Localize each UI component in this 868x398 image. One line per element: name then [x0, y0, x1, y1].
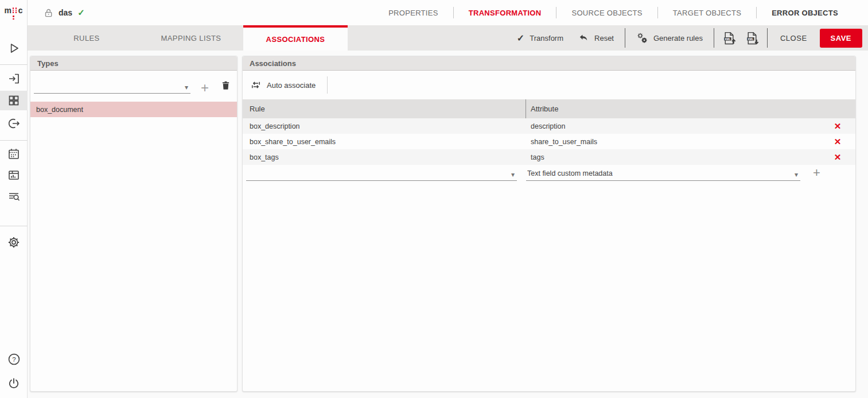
toolbar-divider [714, 28, 714, 48]
chevron-down-icon: ▾ [511, 171, 515, 179]
document-title: das [59, 8, 72, 17]
types-panel: Types ▾ + box_document [30, 56, 238, 392]
association-row[interactable]: box_description description ✕ [243, 118, 855, 134]
sidebar-divider [0, 64, 28, 65]
save-button[interactable]: SAVE [820, 29, 862, 48]
dashboard-report-icon[interactable] [0, 168, 28, 182]
delete-association-button[interactable]: ✕ [834, 153, 842, 161]
run-icon[interactable] [0, 41, 28, 56]
new-rule-select[interactable]: ▾ [246, 166, 517, 181]
main-nav: PROPERTIES TRANSFORMATION SOURCE OBJECTS… [373, 7, 868, 18]
nav-properties[interactable]: PROPERTIES [373, 9, 453, 17]
scheduler-calendar-icon[interactable] [0, 147, 28, 161]
tab-toolbar-row: RULES MAPPING LISTS ASSOCIATIONS ✓ Trans… [28, 25, 868, 51]
generate-rules-label: Generate rules [653, 34, 703, 42]
undo-arrow-icon [578, 33, 589, 44]
new-attribute-select-value: Text field custom metadata [527, 169, 613, 177]
close-button[interactable]: CLOSE [771, 34, 816, 42]
column-header-rule[interactable]: Rule [243, 99, 526, 118]
toolbar-divider [625, 28, 625, 48]
attribute-cell: tags [526, 153, 820, 161]
document-title-group: das ✓ [28, 7, 85, 18]
logo-dots-icon [13, 7, 17, 13]
delete-association-button[interactable]: ✕ [834, 122, 842, 130]
toolbar-divider [767, 28, 768, 48]
nav-target-objects[interactable]: TARGET OBJECTS [658, 9, 756, 17]
association-row[interactable]: box_tags tags ✕ [243, 149, 855, 165]
association-row[interactable]: box_share_to_user_emails share_to_user_m… [243, 134, 855, 149]
sidebar: m c ? [0, 0, 28, 398]
valid-check-icon: ✓ [77, 7, 85, 18]
svg-text:XML: XML [725, 37, 730, 40]
type-select[interactable]: ▾ [34, 79, 190, 94]
associations-table-header: Rule Attribute [243, 99, 855, 118]
delete-association-button[interactable]: ✕ [834, 137, 842, 146]
rule-cell: box_share_to_user_emails [243, 134, 526, 149]
search-list-icon[interactable] [0, 190, 28, 203]
sidebar-divider [0, 226, 28, 226]
attribute-cell: share_to_user_mails [526, 138, 820, 146]
export-xml-button[interactable]: XML [741, 25, 764, 51]
help-icon[interactable]: ? [0, 352, 28, 366]
unlocked-icon [44, 8, 53, 18]
topbar: das ✓ PROPERTIES TRANSFORMATION SOURCE O… [28, 0, 868, 25]
chevron-down-icon: ▾ [185, 83, 188, 91]
type-list-item[interactable]: box_document [30, 102, 237, 117]
dashboard-grid-icon[interactable] [0, 94, 28, 107]
power-logout-icon[interactable] [0, 377, 28, 391]
tab-rules[interactable]: RULES [34, 25, 139, 51]
trash-icon [220, 80, 231, 91]
associations-subtoolbar: Auto associate [243, 71, 855, 99]
logo-letter-m: m [4, 6, 11, 15]
settings-gear-icon[interactable] [0, 235, 28, 249]
nav-transformation[interactable]: TRANSFORMATION [454, 9, 556, 17]
logo-tail-dots-icon [13, 16, 14, 20]
associations-panel-header: Associations [243, 56, 855, 71]
auto-associate-label: Auto associate [267, 81, 316, 90]
export-icon[interactable] [0, 117, 28, 130]
import-xml-button[interactable]: XML [718, 25, 741, 51]
new-association-row: ▾ Text field custom metadata ▾ + [243, 166, 855, 183]
import-icon[interactable] [0, 72, 28, 86]
sidebar-divider [0, 140, 28, 141]
tab-associations[interactable]: ASSOCIATIONS [243, 25, 348, 51]
subtoolbar-divider [327, 76, 328, 94]
toolbar: ✓ Transform Reset Generate rules XML [509, 25, 868, 51]
svg-text:?: ? [12, 356, 15, 363]
gears-icon [636, 32, 648, 44]
compare-arrows-icon [250, 79, 262, 91]
types-panel-header: Types [30, 56, 237, 71]
add-association-button[interactable]: + [813, 166, 820, 180]
app-logo[interactable]: m c [0, 0, 27, 25]
types-controls: ▾ + [30, 71, 237, 101]
generate-rules-button[interactable]: Generate rules [629, 25, 710, 51]
logo-letter-c: c [18, 6, 23, 15]
reset-label: Reset [594, 34, 614, 42]
transform-check-icon: ✓ [517, 33, 524, 44]
associations-panel: Associations Auto associate Rule Attribu… [242, 56, 856, 392]
tab-mapping-lists[interactable]: MAPPING LISTS [139, 25, 243, 51]
attribute-cell: description [526, 122, 820, 130]
nav-source-objects[interactable]: SOURCE OBJECTS [556, 9, 657, 17]
add-type-button[interactable]: + [201, 82, 209, 94]
tabs: RULES MAPPING LISTS ASSOCIATIONS [34, 25, 348, 51]
auto-associate-button[interactable]: Auto associate [250, 79, 316, 91]
column-header-attribute[interactable]: Attribute [526, 105, 820, 113]
transform-label: Transform [530, 34, 563, 42]
delete-type-button[interactable] [220, 80, 231, 94]
reset-button[interactable]: Reset [571, 25, 621, 51]
transform-button[interactable]: ✓ Transform [509, 25, 571, 51]
svg-text:XML: XML [748, 37, 753, 40]
nav-error-objects[interactable]: ERROR OBJECTS [757, 9, 853, 17]
rule-cell: box_tags [243, 149, 526, 165]
rule-cell: box_description [243, 118, 526, 134]
chevron-down-icon: ▾ [795, 171, 798, 179]
new-attribute-select[interactable]: Text field custom metadata ▾ [526, 166, 800, 181]
